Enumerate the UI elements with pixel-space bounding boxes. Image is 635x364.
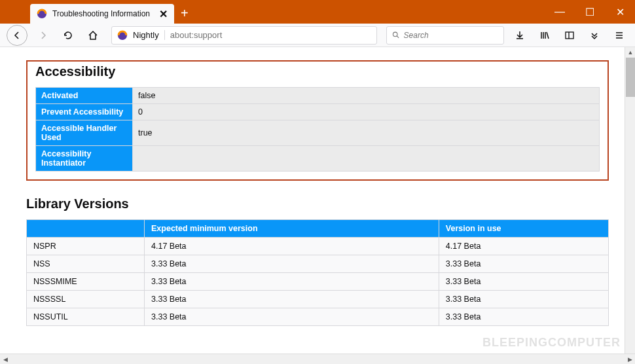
firefox-icon (37, 9, 47, 19)
browser-tab[interactable]: Troubleshooting Information ✕ (30, 4, 174, 24)
lib-header-inuse: Version in use (439, 220, 608, 238)
table-row: NSSSMIME3.33 Beta3.33 Beta (27, 273, 609, 291)
search-icon (392, 31, 400, 39)
titlebar: Troubleshooting Information ✕ + — ☐ ✕ (0, 0, 635, 24)
close-window-button[interactable]: ✕ (605, 0, 635, 24)
table-row: NSSUTIL3.33 Beta3.33 Beta (27, 308, 609, 326)
table-row: Accessibility Instantiator (36, 146, 600, 172)
library-button[interactable] (535, 26, 554, 45)
table-row: NSS3.33 Beta3.33 Beta (27, 255, 609, 273)
scroll-left-icon[interactable]: ◀ (0, 354, 10, 364)
accessibility-section: Accessibility Activatedfalse Prevent Acc… (26, 60, 609, 181)
lib-inuse: 4.17 Beta (439, 238, 608, 255)
acc-value: true (133, 120, 600, 146)
library-table: Expected minimum version Version in use … (26, 219, 609, 326)
table-row: Accessible Handler Usedtrue (36, 120, 600, 146)
sidebar-button[interactable] (560, 26, 579, 45)
firefox-icon (117, 30, 128, 41)
lib-header-blank (27, 220, 145, 238)
downloads-button[interactable] (511, 26, 529, 45)
lib-name: NSSSMIME (27, 273, 145, 291)
acc-label: Accessible Handler Used (36, 120, 133, 146)
url-text: about:support (170, 30, 223, 40)
lib-inuse: 3.33 Beta (439, 255, 608, 273)
scroll-thumb[interactable] (626, 58, 635, 97)
url-identity: Nightly (133, 30, 165, 40)
svg-point-2 (393, 32, 397, 37)
accessibility-table: Activatedfalse Prevent Accessibility0 Ac… (35, 87, 600, 172)
acc-label: Prevent Accessibility (36, 104, 133, 120)
overflow-button[interactable] (585, 26, 604, 45)
accessibility-heading: Accessibility (35, 64, 600, 79)
lib-inuse: 3.33 Beta (439, 291, 608, 308)
lib-expected: 3.33 Beta (145, 308, 439, 326)
lib-name: NSPR (27, 238, 145, 255)
tab-title: Troubleshooting Information (52, 9, 154, 18)
lib-inuse: 3.33 Beta (439, 273, 608, 291)
navbar: Nightly about:support (0, 24, 635, 47)
reload-button[interactable] (59, 26, 77, 45)
vertical-scrollbar[interactable]: ▲ ▼ (625, 47, 635, 364)
acc-value: false (133, 88, 600, 104)
lib-inuse: 3.33 Beta (439, 308, 608, 326)
tab-close-icon[interactable]: ✕ (159, 8, 168, 20)
lib-expected: 3.33 Beta (145, 291, 439, 308)
acc-label: Accessibility Instantiator (36, 146, 133, 172)
page-content: Accessibility Activatedfalse Prevent Acc… (0, 47, 635, 364)
lib-name: NSSUTIL (27, 308, 145, 326)
table-row: NSPR4.17 Beta4.17 Beta (27, 238, 609, 255)
new-tab-button[interactable]: + (181, 6, 189, 21)
window-controls: — ☐ ✕ (545, 0, 635, 24)
maximize-button[interactable]: ☐ (575, 0, 605, 24)
forward-button[interactable] (34, 26, 52, 45)
acc-label: Activated (36, 88, 133, 104)
library-heading: Library Versions (26, 196, 609, 211)
lib-header-expected: Expected minimum version (145, 220, 439, 238)
svg-line-3 (397, 36, 399, 38)
lib-name: NSS (27, 255, 145, 273)
svg-rect-4 (566, 32, 573, 39)
lib-expected: 4.17 Beta (145, 238, 439, 255)
scroll-right-icon[interactable]: ▶ (625, 354, 635, 364)
table-row: NSSSSL3.33 Beta3.33 Beta (27, 291, 609, 308)
lib-expected: 3.33 Beta (145, 255, 439, 273)
lib-expected: 3.33 Beta (145, 273, 439, 291)
watermark: BLEEPINGCOMPUTER (482, 336, 621, 350)
horizontal-scrollbar[interactable]: ◀ ▶ (0, 354, 635, 364)
table-row: Prevent Accessibility0 (36, 104, 600, 120)
back-button[interactable] (7, 25, 27, 46)
search-input[interactable] (404, 31, 498, 40)
lib-name: NSSSSL (27, 291, 145, 308)
table-header-row: Expected minimum version Version in use (27, 220, 609, 238)
acc-value: 0 (133, 104, 600, 120)
search-bar[interactable] (386, 26, 504, 45)
acc-value (133, 146, 600, 172)
menu-button[interactable] (610, 26, 628, 45)
minimize-button[interactable]: — (545, 0, 575, 24)
library-section: Library Versions Expected minimum versio… (26, 196, 609, 326)
scroll-up-icon[interactable]: ▲ (625, 47, 635, 58)
table-row: Activatedfalse (36, 88, 600, 104)
url-bar[interactable]: Nightly about:support (111, 26, 377, 45)
home-button[interactable] (84, 26, 102, 45)
